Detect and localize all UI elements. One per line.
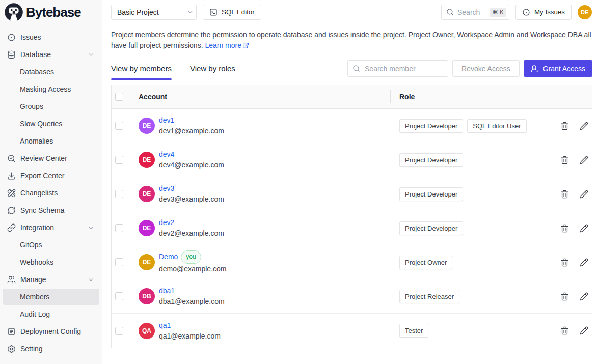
sidebar-item-integration[interactable]: Integration	[3, 219, 99, 236]
column-header-role: Role	[390, 85, 557, 108]
member-name-link[interactable]: dba1	[159, 287, 175, 295]
pencil-icon	[580, 292, 588, 301]
delete-member-button[interactable]	[559, 325, 570, 336]
table-row-dev3: DEdev3dev3@example.comProject Developer	[112, 177, 592, 211]
chevron-down-icon	[87, 276, 95, 284]
role-badge: Project Developer	[399, 153, 463, 167]
search-icon	[446, 8, 454, 16]
my-issues-button[interactable]: My Issues	[515, 5, 572, 20]
edit-member-button[interactable]	[579, 121, 589, 131]
sidebar-item-review-center[interactable]: Review Center	[3, 150, 99, 166]
sidebar-item-export-center[interactable]: Export Center	[3, 167, 99, 184]
sidebar-item-label: Groups	[20, 102, 43, 110]
sql-editor-button[interactable]: SQL Editor	[203, 5, 261, 20]
sidebar-item-label: Sync Schema	[20, 206, 64, 214]
revoke-access-button[interactable]: Revoke Access	[452, 60, 520, 77]
sidebar-item-members[interactable]: Members	[3, 289, 99, 305]
terminal-icon	[209, 8, 218, 16]
role-cell: Project Owner	[390, 256, 557, 269]
sidebar-item-gitops[interactable]: GitOps	[3, 237, 99, 253]
trash-icon	[560, 258, 569, 267]
user-avatar[interactable]: DE	[578, 5, 592, 19]
learn-more-link[interactable]: Learn more	[205, 41, 249, 49]
app-window: Bytebase IssuesDatabaseDatabasesMasking …	[0, 0, 598, 364]
edit-member-button[interactable]	[579, 325, 589, 336]
sidebar-item-label: Changelists	[20, 189, 58, 197]
members-page: Project members determine the permission…	[102, 24, 598, 348]
row-checkbox[interactable]	[115, 156, 123, 164]
delete-member-button[interactable]	[559, 223, 570, 234]
delete-member-button[interactable]	[559, 121, 570, 131]
actions-cell	[557, 325, 592, 336]
brand-name: Bytebase	[26, 5, 81, 20]
sidebar-item-masking-access[interactable]: Masking Access	[3, 81, 99, 97]
row-checkbox[interactable]	[115, 292, 123, 300]
edit-member-button[interactable]	[579, 291, 589, 302]
row-checkbox[interactable]	[115, 122, 123, 130]
search-member-input[interactable]	[364, 64, 443, 73]
users-icon	[7, 275, 16, 284]
sidebar-item-anomalies[interactable]: Anomalies	[3, 133, 99, 149]
sidebar-item-setting[interactable]: Setting	[3, 341, 99, 357]
sql-editor-label: SQL Editor	[222, 8, 255, 16]
delete-member-button[interactable]	[559, 189, 570, 200]
tab-view-by-members[interactable]: View by members	[111, 64, 172, 80]
member-name-link[interactable]: Demo	[159, 253, 178, 261]
member-name-link[interactable]: dev4	[159, 150, 174, 158]
edit-member-button[interactable]	[579, 257, 589, 268]
sidebar-item-deployment-config[interactable]: Deployment Config	[3, 323, 99, 340]
delete-member-button[interactable]	[559, 257, 570, 268]
role-badge: Tester	[399, 324, 428, 338]
sidebar-item-issues[interactable]: Issues	[3, 29, 99, 45]
edit-member-button[interactable]	[579, 155, 589, 165]
project-select[interactable]: Basic Project	[111, 5, 197, 20]
sidebar-item-label: Integration	[20, 223, 54, 232]
table-row-dev1: DEdev1dev1@example.comProject DeveloperS…	[112, 109, 592, 143]
tab-view-by-roles[interactable]: View by roles	[190, 64, 235, 80]
row-checkbox[interactable]	[115, 224, 123, 232]
sidebar-item-changelists[interactable]: Changelists	[3, 185, 99, 201]
member-name-link[interactable]: dev1	[159, 116, 174, 124]
member-avatar: DE	[139, 220, 155, 236]
global-search-button[interactable]: Search ⌘ K	[441, 5, 509, 20]
user-plus-icon	[531, 65, 539, 73]
sidebar-item-manage[interactable]: Manage	[3, 271, 99, 288]
row-checkbox[interactable]	[115, 258, 123, 266]
bytebase-logo[interactable]: Bytebase	[0, 0, 102, 24]
sidebar-item-audit-log[interactable]: Audit Log	[3, 306, 99, 322]
member-name-link[interactable]: dev2	[159, 218, 174, 227]
member-name-link[interactable]: qa1	[159, 321, 171, 329]
trash-icon	[560, 122, 569, 130]
delete-member-button[interactable]	[559, 291, 570, 302]
actions-cell	[557, 189, 592, 200]
sidebar-item-groups[interactable]: Groups	[3, 98, 99, 115]
role-badge: Project Owner	[399, 256, 452, 269]
sidebar-item-database[interactable]: Database	[3, 46, 99, 63]
edit-member-button[interactable]	[579, 223, 589, 234]
account-cell: QAqa1qa1@example.com	[139, 320, 390, 342]
sidebar-item-webhooks[interactable]: Webhooks	[3, 254, 99, 270]
member-avatar: DB	[139, 288, 155, 304]
edit-member-button[interactable]	[579, 189, 589, 200]
select-all-checkbox[interactable]	[115, 93, 123, 101]
member-email: dev1@example.com	[159, 126, 224, 136]
external-link-icon	[242, 42, 249, 49]
sidebar-item-label: GitOps	[20, 241, 42, 249]
row-checkbox[interactable]	[115, 190, 123, 198]
delete-member-button[interactable]	[559, 155, 570, 165]
member-avatar: DE	[139, 254, 155, 270]
member-name-link[interactable]: dev3	[159, 184, 174, 192]
download-icon	[7, 172, 16, 180]
sidebar-item-databases[interactable]: Databases	[3, 64, 99, 80]
sidebar-item-slow-queries[interactable]: Slow Queries	[3, 116, 99, 132]
gear-icon	[7, 345, 16, 353]
global-search-placeholder: Search	[457, 8, 480, 16]
sidebar-item-sync-schema[interactable]: Sync Schema	[3, 202, 99, 218]
grant-access-button[interactable]: Grant Access	[524, 60, 592, 77]
row-checkbox[interactable]	[115, 327, 123, 335]
topbar: Basic Project SQL Editor Search ⌘ K My I…	[102, 0, 598, 24]
chevron-down-icon	[87, 224, 95, 232]
pencil-ruler-icon	[7, 189, 16, 198]
account-cell: DBdba1dba1@example.com	[139, 286, 390, 307]
account-cell: DEDemoyoudemo@example.com	[139, 250, 390, 274]
